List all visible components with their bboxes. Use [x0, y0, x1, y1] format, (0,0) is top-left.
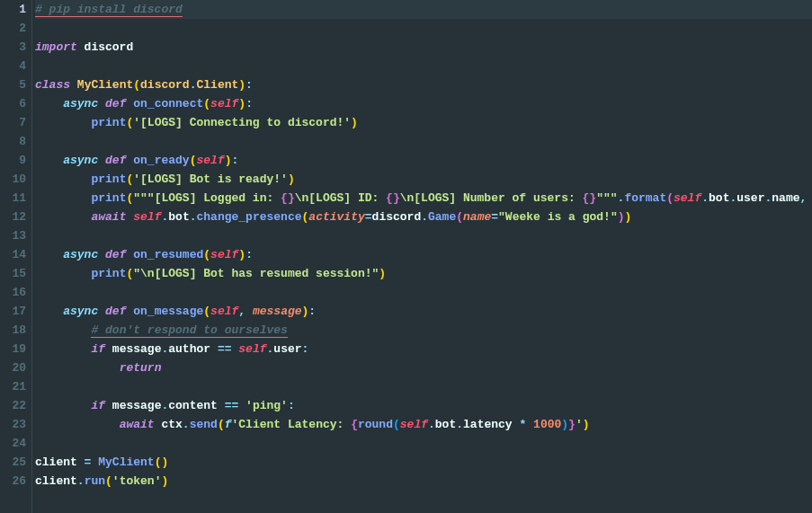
code-line[interactable]: print('[LOGS] Connecting to discord!') — [35, 113, 812, 132]
code-line[interactable] — [35, 434, 812, 453]
code-token: discord — [140, 78, 190, 92]
code-token — [98, 248, 105, 261]
code-line[interactable]: async def on_resumed(self): — [35, 245, 812, 264]
code-line[interactable]: class MyClient(discord.Client): — [35, 75, 812, 94]
code-token: self — [133, 210, 161, 224]
code-token: \n[LOGS] Number of users: — [400, 191, 583, 205]
code-editor[interactable]: 1234567891011121314151617181920212223242… — [0, 0, 812, 513]
line-number[interactable]: 20 — [0, 358, 26, 377]
code-token: name — [463, 210, 491, 224]
code-token: run — [85, 474, 105, 488]
line-number[interactable]: 17 — [0, 302, 26, 321]
line-number[interactable]: 10 — [0, 170, 26, 189]
code-token: . — [428, 418, 435, 431]
line-number[interactable]: 9 — [0, 151, 26, 170]
code-line[interactable]: async def on_connect(self): — [35, 94, 812, 113]
code-area[interactable]: # pip install discord import discord cla… — [32, 0, 812, 513]
code-line[interactable]: print('[LOGS] Bot is ready!') — [35, 170, 812, 189]
line-number-gutter[interactable]: 1234567891011121314151617181920212223242… — [0, 0, 32, 513]
line-number[interactable]: 14 — [0, 245, 26, 264]
code-token: ) — [351, 116, 358, 129]
code-line[interactable]: async def on_message(self, message): — [35, 302, 812, 321]
line-number[interactable]: 23 — [0, 415, 26, 434]
code-token: "\n[LOGS] Bot has resumed session!" — [133, 267, 379, 280]
code-token: """[LOGS] Logged in: — [133, 191, 281, 205]
line-number[interactable]: 15 — [0, 264, 26, 283]
code-token: discord — [372, 210, 422, 224]
code-line[interactable]: return — [35, 358, 812, 377]
line-number[interactable]: 2 — [0, 19, 26, 38]
code-token: client — [35, 474, 77, 488]
code-token: \n[LOGS] ID: — [295, 191, 386, 205]
code-token: ) — [238, 78, 245, 92]
line-number[interactable]: 1 — [0, 0, 26, 19]
code-token: . — [456, 418, 463, 431]
line-number[interactable]: 26 — [0, 472, 26, 491]
code-line[interactable]: await ctx.send(f'Client Latency: {round(… — [35, 415, 812, 434]
code-token: async — [63, 154, 98, 167]
code-token: ( — [203, 305, 210, 318]
code-line[interactable]: # don't respond to ourselves — [35, 321, 812, 340]
code-token: class — [35, 78, 70, 92]
line-number[interactable]: 3 — [0, 38, 26, 57]
line-number[interactable]: 6 — [0, 94, 26, 113]
line-number[interactable]: 16 — [0, 283, 26, 302]
code-token — [98, 97, 105, 111]
code-token: ' — [576, 418, 583, 431]
code-token: # pip install discord — [35, 3, 183, 17]
line-number[interactable]: 8 — [0, 132, 26, 151]
code-token — [35, 323, 91, 337]
code-token: Game — [428, 210, 456, 224]
code-token: self — [674, 191, 701, 205]
code-line[interactable] — [35, 377, 812, 396]
line-number[interactable]: 5 — [0, 75, 26, 94]
code-token: ) — [561, 418, 568, 431]
line-number[interactable]: 4 — [0, 57, 26, 75]
line-number[interactable]: 7 — [0, 113, 26, 132]
code-token — [218, 399, 225, 412]
line-number[interactable]: 22 — [0, 396, 26, 415]
line-number[interactable]: 25 — [0, 453, 26, 472]
code-line[interactable]: client = MyClient() — [35, 453, 812, 472]
line-number[interactable]: 11 — [0, 189, 26, 208]
code-line[interactable]: import discord — [35, 38, 812, 57]
code-line[interactable] — [35, 57, 812, 75]
code-token: . — [77, 474, 85, 488]
code-token: def — [105, 248, 126, 261]
code-token — [35, 361, 120, 375]
code-line[interactable] — [35, 283, 812, 302]
code-line[interactable]: # pip install discord — [35, 0, 812, 19]
code-token: . — [701, 191, 709, 205]
code-line[interactable] — [35, 19, 812, 38]
code-token: print — [91, 116, 126, 129]
line-number[interactable]: 24 — [0, 434, 26, 453]
code-token — [35, 305, 63, 318]
line-number[interactable]: 13 — [0, 226, 26, 245]
code-token: {} — [281, 191, 295, 205]
code-line[interactable] — [35, 132, 812, 151]
code-line[interactable]: if message.content == 'ping': — [35, 396, 812, 415]
line-number[interactable]: 21 — [0, 377, 26, 396]
code-token — [35, 248, 63, 261]
code-token: user — [736, 191, 764, 205]
code-token: } — [568, 418, 576, 431]
code-line[interactable]: async def on_ready(self): — [35, 151, 812, 170]
code-line[interactable] — [35, 226, 812, 245]
line-number[interactable]: 18 — [0, 321, 26, 340]
code-token: = — [365, 210, 372, 224]
code-line[interactable]: await self.bot.change_presence(activity=… — [35, 208, 812, 226]
code-token: self — [210, 97, 238, 111]
line-number[interactable]: 19 — [0, 340, 26, 358]
code-token: message — [253, 305, 302, 318]
code-token: round — [358, 418, 393, 431]
code-token — [35, 97, 63, 111]
code-token: ( — [456, 210, 463, 224]
code-line[interactable]: print("""[LOGS] Logged in: {}\n[LOGS] ID… — [35, 189, 812, 208]
line-number[interactable]: 12 — [0, 208, 26, 226]
code-token: if — [91, 399, 105, 412]
code-token: self — [210, 305, 238, 318]
code-line[interactable]: client.run('token') — [35, 472, 812, 491]
code-line[interactable]: if message.author == self.user: — [35, 340, 812, 358]
code-line[interactable]: print("\n[LOGS] Bot has resumed session!… — [35, 264, 812, 283]
code-token — [35, 399, 91, 412]
